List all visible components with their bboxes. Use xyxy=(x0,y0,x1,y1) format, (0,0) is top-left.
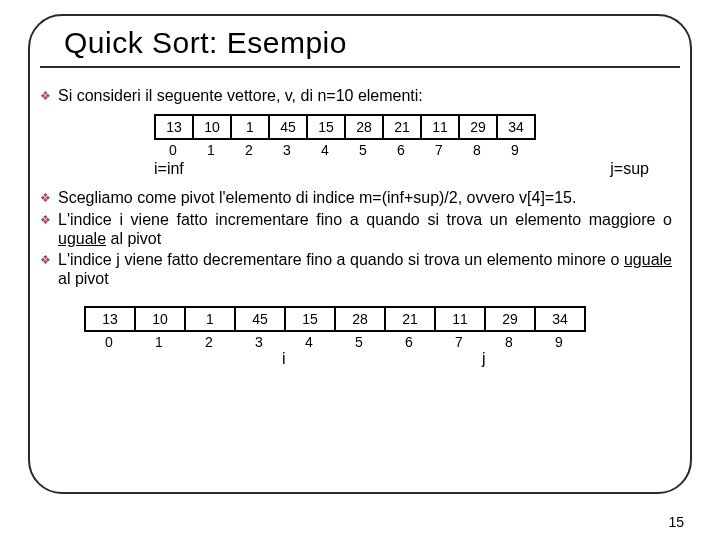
cell: 28 xyxy=(335,307,385,331)
vector-1-annot: i=inf j=sup xyxy=(154,160,649,178)
diamond-icon: ❖ xyxy=(40,188,58,208)
idx: 8 xyxy=(458,142,496,158)
idx: 0 xyxy=(154,142,192,158)
diamond-icon: ❖ xyxy=(40,250,58,270)
idx: 4 xyxy=(306,142,344,158)
bullet-2: ❖ Scegliamo come pivot l'elemento di ind… xyxy=(40,188,672,208)
cell: 29 xyxy=(485,307,535,331)
idx: 8 xyxy=(484,334,534,350)
bullet-3: ❖ L'indice i viene fatto incrementare fi… xyxy=(40,210,672,248)
page-number: 15 xyxy=(668,514,684,530)
bullet-1-text: Si consideri il seguente vettore, v, di … xyxy=(58,86,423,106)
cell: 13 xyxy=(155,115,193,139)
txt: L'indice j viene fatto decrementare fino… xyxy=(58,251,624,268)
idx: 6 xyxy=(384,334,434,350)
vector-1-wrap: 13 10 1 45 15 28 21 11 29 34 xyxy=(154,114,680,140)
vector-2-indices: 0 1 2 3 4 5 6 7 8 9 xyxy=(84,334,680,350)
i-label: i xyxy=(282,350,286,368)
idx: 5 xyxy=(334,334,384,350)
bullet-2-text: Scegliamo come pivot l'elemento di indic… xyxy=(58,188,576,207)
txt: L'indice i viene fatto incrementare fino… xyxy=(58,211,672,228)
cell: 1 xyxy=(231,115,269,139)
cell: 21 xyxy=(385,307,435,331)
idx: 5 xyxy=(344,142,382,158)
idx: 1 xyxy=(192,142,230,158)
idx: 1 xyxy=(134,334,184,350)
cell: 21 xyxy=(383,115,421,139)
cell: 28 xyxy=(345,115,383,139)
cell: 34 xyxy=(497,115,535,139)
idx: 3 xyxy=(268,142,306,158)
idx: 0 xyxy=(84,334,134,350)
title-rule xyxy=(40,66,680,68)
bullet-1: ❖ Si consideri il seguente vettore, v, d… xyxy=(40,86,680,106)
cell: 45 xyxy=(235,307,285,331)
idx: 3 xyxy=(234,334,284,350)
cell: 15 xyxy=(285,307,335,331)
cell: 11 xyxy=(421,115,459,139)
cell: 13 xyxy=(85,307,135,331)
i-inf-label: i=inf xyxy=(154,160,184,178)
idx: 2 xyxy=(230,142,268,158)
vector-2-wrap: 13 10 1 45 15 28 21 11 29 34 xyxy=(84,306,680,332)
cell: 1 xyxy=(185,307,235,331)
cell: 29 xyxy=(459,115,497,139)
vector-1-table: 13 10 1 45 15 28 21 11 29 34 xyxy=(154,114,536,140)
txt: al pivot xyxy=(106,230,161,247)
idx: 4 xyxy=(284,334,334,350)
bullet-4: ❖ L'indice j viene fatto decrementare fi… xyxy=(40,250,672,288)
cell: 45 xyxy=(269,115,307,139)
idx: 7 xyxy=(420,142,458,158)
bullet-3-text: L'indice i viene fatto incrementare fino… xyxy=(58,210,672,248)
cell: 34 xyxy=(535,307,585,331)
uguale-underline: uguale xyxy=(58,230,106,247)
bullet-4-text: L'indice j viene fatto decrementare fino… xyxy=(58,250,672,288)
diamond-icon: ❖ xyxy=(40,86,58,106)
txt: al pivot xyxy=(58,270,109,287)
cell: 10 xyxy=(193,115,231,139)
cell: 10 xyxy=(135,307,185,331)
vector-2-ij: i j xyxy=(84,350,680,374)
j-sup-label: j=sup xyxy=(610,160,649,178)
idx: 2 xyxy=(184,334,234,350)
j-label: j xyxy=(482,350,486,368)
vector-2-table: 13 10 1 45 15 28 21 11 29 34 xyxy=(84,306,586,332)
idx: 6 xyxy=(382,142,420,158)
slide-title: Quick Sort: Esempio xyxy=(64,26,347,60)
idx: 9 xyxy=(496,142,534,158)
diamond-icon: ❖ xyxy=(40,210,58,230)
slide-content: ❖ Si consideri il seguente vettore, v, d… xyxy=(40,80,680,374)
cell: 11 xyxy=(435,307,485,331)
uguale-underline: uguale xyxy=(624,251,672,268)
idx: 9 xyxy=(534,334,584,350)
vector-1-indices: 0 1 2 3 4 5 6 7 8 9 xyxy=(154,142,680,158)
cell: 15 xyxy=(307,115,345,139)
idx: 7 xyxy=(434,334,484,350)
bullet-group-2: ❖ Scegliamo come pivot l'elemento di ind… xyxy=(40,188,672,288)
